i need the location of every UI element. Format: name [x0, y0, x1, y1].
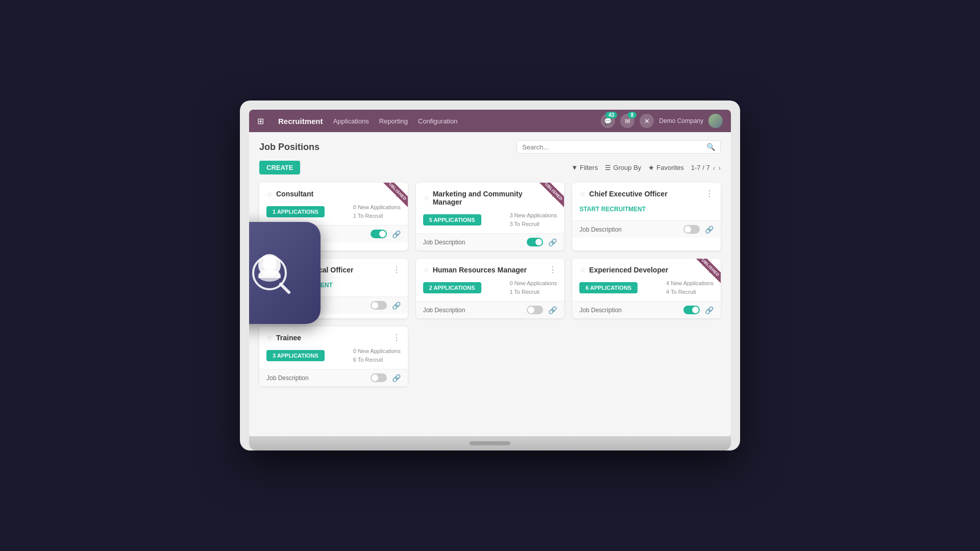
card-body-marketing-manager: PUBLISHED ☆ Marketing and Community Mana… — [416, 183, 565, 233]
job-desc-toggle-cto[interactable] — [371, 301, 387, 310]
chat-icon-btn[interactable]: 💬 43 — [601, 114, 615, 128]
job-desc-toggle-consultant[interactable] — [371, 230, 387, 238]
applications-btn-trainee[interactable]: 3 APPLICATIONS — [266, 350, 325, 361]
job-desc-toggle-ceo[interactable] — [683, 225, 700, 234]
card-header-ceo: ☆ Chief Executive Officer ⋮ — [579, 190, 714, 198]
job-card-marketing-manager: PUBLISHED ☆ Marketing and Community Mana… — [416, 183, 565, 251]
card-body-ceo: ☆ Chief Executive Officer ⋮ START RECRUI… — [572, 183, 721, 220]
job-desc-label-hr-manager: Job Description — [423, 307, 465, 314]
job-desc-label-marketing-manager: Job Description — [423, 239, 465, 246]
app-icon-overlay — [249, 222, 321, 324]
card-footer-trainee: Job Description 🔗 — [259, 369, 408, 386]
external-link-icon-experienced-developer[interactable]: 🔗 — [705, 306, 714, 314]
job-desc-label-trainee: Job Description — [266, 374, 309, 382]
card-header-hr-manager: ☆ Human Resources Manager ⋮ — [423, 266, 557, 274]
favorite-star-trainee[interactable]: ☆ — [266, 334, 273, 342]
nav-reporting[interactable]: Reporting — [379, 117, 408, 125]
pagination-text: 1-7 / 7 — [691, 164, 710, 171]
top-navigation: ⊞ Recruitment Applications Reporting Con… — [249, 110, 731, 132]
close-icon: ✕ — [644, 117, 650, 125]
applications-btn-experienced-developer[interactable]: 6 APPLICATIONS — [579, 282, 638, 293]
card-title-marketing-manager: Marketing and Community Manager — [433, 190, 549, 206]
external-link-icon-cto[interactable]: 🔗 — [392, 302, 401, 310]
card-menu-dots-hr-manager[interactable]: ⋮ — [549, 266, 557, 274]
mail-icon-btn[interactable]: ✉ 8 — [620, 114, 634, 128]
user-avatar[interactable] — [708, 114, 723, 128]
card-title-consultant: Consultant — [276, 190, 313, 198]
nav-right-section: 💬 43 ✉ 8 ✕ Demo Company — [601, 114, 723, 128]
external-link-icon-consultant[interactable]: 🔗 — [392, 230, 401, 238]
card-body-consultant: PUBLISHED ☆ Consultant ⋮ 1 APPLICATIONS … — [259, 183, 408, 225]
card-stats-trainee: 0 New Applications 6 To Recruit — [353, 347, 401, 364]
applications-btn-hr-manager[interactable]: 2 APPLICATIONS — [423, 282, 481, 293]
nav-applications[interactable]: Applications — [333, 117, 369, 125]
favorite-star-marketing-manager[interactable]: ☆ — [423, 194, 430, 202]
favorite-star-hr-manager[interactable]: ☆ — [423, 266, 430, 274]
search-input[interactable] — [522, 143, 706, 151]
search-bar[interactable]: 🔍 — [517, 140, 721, 154]
card-body-trainee: ☆ Trainee ⋮ 3 APPLICATIONS 0 New Applica… — [259, 327, 408, 369]
card-title-area-ceo: ☆ Chief Executive Officer — [579, 190, 667, 198]
prev-page-button[interactable]: ‹ — [713, 164, 716, 172]
favorite-star-ceo[interactable]: ☆ — [579, 190, 586, 198]
job-desc-toggle-marketing-manager[interactable] — [527, 238, 543, 246]
external-link-icon-trainee[interactable]: 🔗 — [392, 374, 401, 382]
star-icon: ★ — [648, 164, 654, 171]
action-bar: CREATE ▼ Filters ☰ Group By ★ Favorites — [259, 161, 721, 174]
card-header-trainee: ☆ Trainee ⋮ — [266, 334, 401, 342]
published-ribbon-marketing-manager: PUBLISHED — [536, 183, 565, 208]
card-body-hr-manager: ☆ Human Resources Manager ⋮ 2 APPLICATIO… — [416, 259, 565, 301]
job-desc-toggle-experienced-developer[interactable] — [683, 306, 700, 314]
applications-btn-consultant[interactable]: 1 APPLICATIONS — [266, 206, 325, 217]
create-button[interactable]: CREATE — [259, 161, 300, 174]
nav-configuration[interactable]: Configuration — [418, 117, 457, 125]
filters-button[interactable]: ▼ Filters — [571, 164, 598, 171]
card-title-area-trainee: ☆ Trainee — [266, 334, 301, 342]
grid-menu-icon[interactable]: ⊞ — [257, 116, 264, 126]
favorite-star-consultant[interactable]: ☆ — [266, 190, 273, 198]
start-recruitment-btn-ceo[interactable]: START RECRUITMENT — [579, 203, 646, 215]
page-header: Job Positions 🔍 — [259, 140, 721, 154]
applications-btn-marketing-manager[interactable]: 5 APPLICATIONS — [423, 214, 481, 226]
mail-icon: ✉ — [625, 117, 630, 125]
filter-group: ▼ Filters ☰ Group By ★ Favorites 1-7 / 7… — [571, 164, 721, 172]
card-title-experienced-developer: Experienced Developer — [589, 266, 668, 274]
job-desc-toggle-trainee[interactable] — [371, 373, 387, 382]
group-by-icon: ☰ — [605, 164, 611, 171]
pagination: 1-7 / 7 ‹ › — [691, 164, 721, 172]
card-stats-marketing-manager: 3 New Applications 3 To Recruit — [509, 211, 557, 228]
job-card-trainee: ☆ Trainee ⋮ 3 APPLICATIONS 0 New Applica… — [259, 327, 408, 386]
close-icon-btn[interactable]: ✕ — [640, 114, 654, 128]
content-area: Job Positions 🔍 CREATE ▼ Filters ☰ Group — [249, 132, 731, 436]
external-link-icon-marketing-manager[interactable]: 🔗 — [548, 238, 557, 246]
page-title: Job Positions — [259, 142, 320, 153]
card-title-area-consultant: ☆ Consultant — [266, 190, 313, 198]
published-ribbon-experienced-developer: PUBLISHED — [692, 259, 721, 284]
nav-links: Applications Reporting Configuration — [333, 117, 591, 125]
search-icon[interactable]: 🔍 — [706, 143, 715, 151]
card-footer-experienced-developer: Job Description 🔗 — [572, 301, 721, 318]
svg-line-4 — [281, 284, 289, 292]
published-badge-experienced-developer: PUBLISHED — [691, 259, 721, 288]
job-card-experienced-developer: PUBLISHED ☆ Experienced Developer ⋮ 6 AP… — [572, 259, 721, 318]
job-desc-label-ceo: Job Description — [579, 226, 622, 233]
card-menu-dots-trainee[interactable]: ⋮ — [393, 334, 401, 342]
favorite-star-experienced-developer[interactable]: ☆ — [579, 266, 586, 274]
external-link-icon-ceo[interactable]: 🔗 — [705, 226, 714, 234]
card-menu-dots-ceo[interactable]: ⋮ — [705, 190, 714, 198]
external-link-icon-hr-manager[interactable]: 🔗 — [548, 306, 557, 314]
next-page-button[interactable]: › — [718, 164, 721, 172]
card-stats-hr-manager: 0 New Applications 1 To Recruit — [509, 279, 557, 296]
favorites-button[interactable]: ★ Favorites — [648, 164, 683, 171]
recruitment-app-icon — [249, 242, 300, 304]
card-title-hr-manager: Human Resources Manager — [433, 266, 527, 274]
group-by-button[interactable]: ☰ Group By — [605, 164, 641, 171]
card-title-area-marketing-manager: ☆ Marketing and Community Manager — [423, 190, 549, 206]
card-title-trainee: Trainee — [276, 334, 301, 342]
company-name: Demo Company — [659, 117, 703, 124]
card-menu-dots-cto[interactable]: ⋮ — [393, 266, 401, 274]
job-desc-toggle-hr-manager[interactable] — [527, 306, 543, 314]
card-footer-hr-manager: Job Description 🔗 — [416, 301, 565, 318]
chat-badge: 43 — [605, 112, 617, 118]
card-title-area-experienced-developer: ☆ Experienced Developer — [579, 266, 668, 274]
